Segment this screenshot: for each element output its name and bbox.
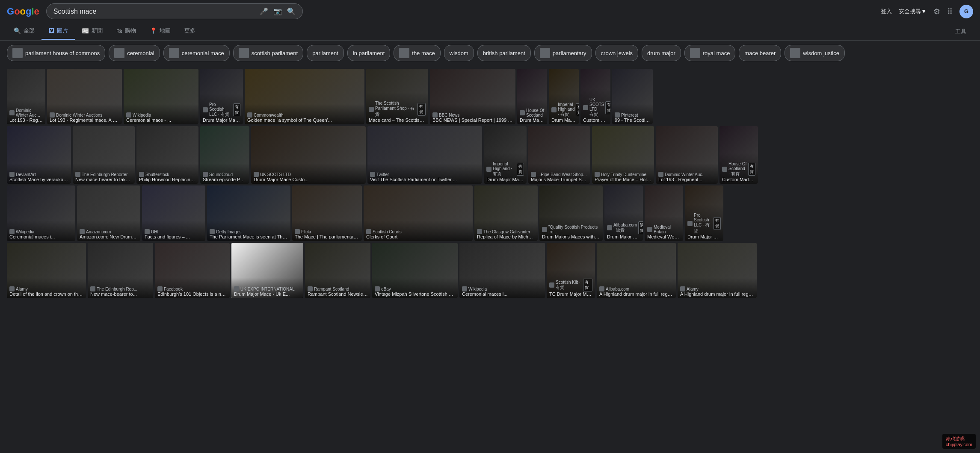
- tools-button[interactable]: 工具: [948, 24, 973, 40]
- image-title: Replica of Mace by Michale Lloyd – The..…: [477, 234, 535, 239]
- image-item-r1i7[interactable]: BBC NewsBBC NEWS | Special Report | 1999…: [430, 69, 515, 124]
- image-item-r2i3[interactable]: ShutterstockPhilip Horwood Replacing Mac…: [136, 126, 198, 184]
- image-item-r3i4[interactable]: Getty ImagesThe Parliament Mace is seen …: [207, 185, 290, 241]
- filter-chip-in-parliament[interactable]: in parliament: [347, 45, 390, 61]
- image-title: Edinburgh's 101 Objects is a new ... – T…: [157, 291, 227, 297]
- filter-chip-ceremonial-mace[interactable]: ceremonial mace: [163, 45, 230, 61]
- safe-search-link[interactable]: 安全搜尋▼: [899, 8, 927, 15]
- image-item-r1i10[interactable]: UK SCOTS LTD · 有貨有貨Custom Made Drum Majo…: [580, 69, 610, 124]
- tab-more[interactable]: 更多: [178, 23, 202, 40]
- tab-all[interactable]: 🔍全部: [7, 23, 41, 40]
- image-item-r4i5[interactable]: Rampant ScotlandRampant Scotland Newslet…: [305, 243, 370, 298]
- image-item-r2i6[interactable]: TwitterVisit The Scottish Parliament on …: [367, 126, 482, 184]
- image-item-r2i4[interactable]: SoundCloudStream episode Philip Ho...: [200, 126, 249, 184]
- image-title: Drum Major Mace Custo...: [254, 177, 363, 182]
- image-item-r3i10[interactable]: Medieval BritainMedieval Weapons...: [645, 185, 683, 241]
- source-favicon: [595, 172, 600, 177]
- image-item-r4i6[interactable]: eBayVintage Mizpah Silvertone Scottish M…: [372, 243, 458, 298]
- lens-icon[interactable]: 📷: [273, 7, 282, 15]
- filter-chip-royal-mace[interactable]: royal mace: [684, 45, 736, 61]
- image-item-r1i11[interactable]: Pinterest99 - The Scottish Parliament ..…: [612, 69, 653, 124]
- apps-icon[interactable]: ⠿: [947, 7, 953, 16]
- filter-chip-the-mace[interactable]: the mace: [394, 45, 440, 61]
- source-favicon: [680, 286, 685, 291]
- search-input[interactable]: [53, 8, 256, 15]
- mic-icon[interactable]: 🎤: [260, 7, 268, 15]
- image-title: Philip Horwood Replacing Mace Deb...: [139, 177, 196, 182]
- tab-news[interactable]: 📰新聞: [75, 23, 110, 40]
- filter-chip-ceremonial[interactable]: ceremonial: [109, 45, 160, 61]
- image-title: The Parliament Mace is seen at The Scott…: [210, 234, 288, 239]
- image-item-r4i8[interactable]: Scottish Kilt · 有貨有貨TC Drum Major Mac...: [547, 243, 595, 298]
- image-item-r2i2[interactable]: The Edinburgh ReporterNew mace-bearer to…: [73, 126, 135, 184]
- images-icon: 🖼: [48, 27, 54, 34]
- search-bar[interactable]: 🎤 📷 🔍: [46, 3, 303, 19]
- image-item-r4i9[interactable]: Alibaba.comA Highland drum major in full…: [597, 243, 676, 298]
- image-item-r4i10[interactable]: AlamyA Highland drum major in full regal…: [678, 243, 757, 298]
- image-item-r1i1[interactable]: Dominic Winter Auc...Lot 193 - Regiment.…: [7, 69, 45, 124]
- source-favicon: [9, 286, 15, 291]
- filter-chip-parliament-house-of-commons[interactable]: parliament house of commons: [7, 45, 105, 61]
- sign-in-link[interactable]: 登入: [881, 8, 892, 15]
- image-item-r2i7[interactable]: Imperial Highland · 有貨有貨Drum Major Mace …: [484, 126, 527, 184]
- image-item-r3i5[interactable]: FlickrThe Mace | The parliamentary mace.…: [292, 185, 362, 241]
- filter-chip-mace-bearer[interactable]: mace bearer: [739, 45, 781, 61]
- source-favicon: [583, 105, 588, 110]
- image-item-r3i9[interactable]: Alibaba.com · 缺貨缺貨Drum Major Mace M...: [604, 185, 643, 241]
- source-favicon: [203, 107, 208, 112]
- tab-maps[interactable]: 📍地圖: [143, 23, 178, 40]
- image-item-r2i1[interactable]: DeviantArtScottish Mace by veraukoion on…: [7, 126, 71, 184]
- image-item-r1i8[interactable]: House Of ScotlandDrum Major Mace (Cust..…: [517, 69, 547, 124]
- tab-shopping[interactable]: 🛍購物: [110, 23, 143, 40]
- image-item-r4i4[interactable]: UK EXPO INTERNATIONALDrum Major Mace - U…: [231, 243, 303, 298]
- avatar[interactable]: G: [959, 5, 973, 18]
- filter-chip-british-parliament[interactable]: british parliament: [477, 45, 531, 61]
- source-favicon: [254, 172, 259, 177]
- search-icons: 🎤 📷 🔍: [260, 7, 296, 15]
- image-item-r1i6[interactable]: The Scottish Parliament Shop · 有貨有貨Mace …: [366, 69, 428, 124]
- image-title: Clerks of Court: [366, 234, 470, 239]
- image-item-r1i4[interactable]: Pro Scottish LLC · 有貨有貨Drum Major Mace G…: [200, 69, 243, 124]
- filter-chip-parliamentary[interactable]: parliamentary: [534, 45, 592, 61]
- image-item-r3i7[interactable]: The Glasgow GallivanterReplica of Mace b…: [474, 185, 538, 241]
- image-item-r3i6[interactable]: Scottish CourtsClerks of Court: [364, 185, 473, 241]
- source-favicon: [615, 112, 620, 118]
- image-item-r3i1[interactable]: WikipediaCeremonial maces i...: [7, 185, 75, 241]
- image-item-r1i5[interactable]: CommonwealthGolden mace "a symbol of The…: [245, 69, 364, 124]
- filter-chip-wisdom-justice[interactable]: wisdom justice: [785, 45, 845, 61]
- image-row-3: AlamyDetail of the lion and crown on the…: [7, 243, 973, 298]
- image-item-r4i3[interactable]: FacebookEdinburgh's 101 Objects is a new…: [155, 243, 230, 298]
- image-item-r1i3[interactable]: WikipediaCeremonial mace - ...: [124, 69, 198, 124]
- image-item-r3i11[interactable]: Pro Scottish LLC · 有貨有貨Drum Major Mace P…: [685, 185, 723, 241]
- source-favicon: [9, 229, 15, 234]
- image-title: Drum Major Mace - Uk E...: [234, 291, 301, 297]
- image-item-r4i2[interactable]: The Edinburgh Rep...New mace-bearer to..…: [88, 243, 153, 298]
- image-title: Ceremonial maces i...: [462, 291, 542, 297]
- image-item-r2i9[interactable]: Holy Trinity DunfermlinePrayer of the Ma…: [592, 126, 654, 184]
- search-submit-icon[interactable]: 🔍: [287, 7, 296, 15]
- filter-chip-parliament[interactable]: parliament: [307, 45, 344, 61]
- image-item-r2i10[interactable]: Dominic Winter Auc.Lot 193 - Regiment...: [656, 126, 718, 184]
- image-item-r4i7[interactable]: WikipediaCeremonial maces i...: [459, 243, 545, 298]
- tab-images[interactable]: 🖼圖片: [41, 23, 75, 40]
- source-favicon: [247, 112, 252, 118]
- image-item-r3i3[interactable]: UHIFacts and figures – ...: [142, 185, 205, 241]
- image-item-r2i8[interactable]: ...Pipe Band Wear Shop...Major's Mace Tr…: [528, 126, 590, 184]
- filter-chip-scottish-parliament[interactable]: scottish parliament: [233, 45, 303, 61]
- google-logo[interactable]: Google: [7, 6, 39, 17]
- image-item-r4i1[interactable]: AlamyDetail of the lion and crown on the…: [7, 243, 86, 298]
- image-item-r2i5[interactable]: UK SCOTS LTDDrum Major Mace Custo...: [251, 126, 366, 184]
- image-item-r1i2[interactable]: Dominic Winter AuctionsLot 193 - Regimen…: [47, 69, 122, 124]
- image-title: Lot 193 - Regimental mace. A Scottish Dr…: [50, 118, 119, 123]
- filter-chip-crown-jewels[interactable]: crown jewels: [595, 45, 638, 61]
- filter-chip-drum-major[interactable]: drum major: [642, 45, 681, 61]
- image-item-r2i11[interactable]: House Of Scotland · 有貨有貨Custom Made Drum…: [719, 126, 758, 184]
- image-item-r3i8[interactable]: "Quality Scottish Products fro...Drum Ma…: [539, 185, 603, 241]
- image-item-r1i9[interactable]: Imperial Highland · 有貨有貨Drum Major Cerem…: [549, 69, 579, 124]
- image-item-r3i2[interactable]: Amazon.comAmazon.com: New Drum Maj...: [77, 185, 140, 241]
- settings-icon[interactable]: ⚙: [933, 7, 940, 16]
- image-title: 99 - The Scottish Parliament ...: [615, 118, 650, 123]
- filter-chip-wisdom[interactable]: wisdom: [444, 45, 474, 61]
- news-icon: 📰: [82, 27, 89, 34]
- image-title: Ceremonial mace - ...: [126, 118, 196, 123]
